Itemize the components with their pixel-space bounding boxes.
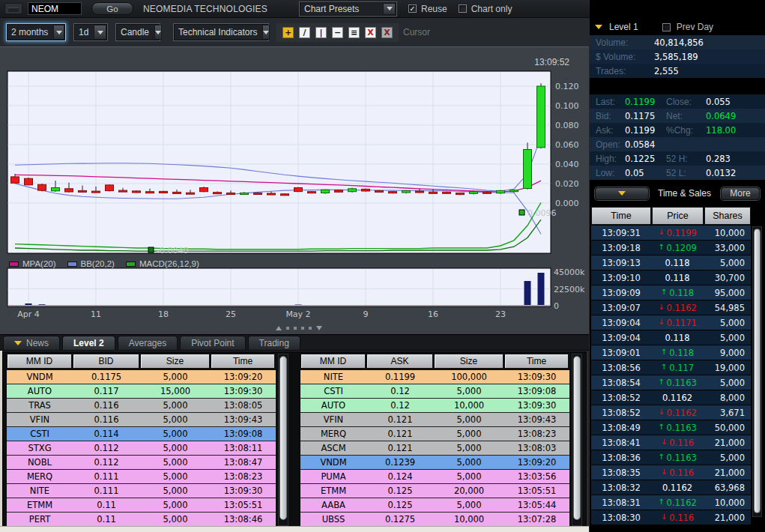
time-sales-row[interactable]: 13:08:41↓0.11621,000: [591, 435, 751, 450]
interval-dropdown[interactable]: 1d: [73, 23, 108, 41]
ask-row[interactable]: AUTO0.1210,00013:09:30: [300, 399, 569, 413]
chart-only-checkbox[interactable]: [459, 4, 467, 13]
prev-day-checkbox[interactable]: [662, 23, 671, 31]
svg-text:Apr 4: Apr 4: [17, 309, 40, 319]
ask-row[interactable]: ETMM0.12520,00013:05:51: [300, 484, 569, 498]
chart-presets-dropdown[interactable]: Chart Presets: [299, 1, 397, 16]
reuse-checkbox[interactable]: [408, 4, 417, 13]
bid-table-scrollbar[interactable]: [278, 354, 288, 526]
column-header-mm-id[interactable]: MM ID: [300, 354, 366, 369]
ask-row[interactable]: ASCM0.1215,00013:08:03: [300, 441, 569, 456]
time-sales-row[interactable]: 13:08:35↓0.11621,000: [591, 465, 751, 480]
cell: 0.12: [366, 384, 434, 398]
time-sales-row[interactable]: 13:08:520.11628,000: [591, 390, 751, 405]
column-header-time[interactable]: Time: [504, 354, 569, 369]
bid-row[interactable]: NITE0.1115,00013:09:30: [7, 484, 276, 498]
time-sales-row[interactable]: 13:09:09↑0.11895,000: [591, 285, 751, 300]
quote-value: 0.0132: [706, 168, 765, 178]
symbol-input[interactable]: [28, 2, 82, 15]
ask-table-scrollbar[interactable]: [572, 354, 582, 526]
bid-row[interactable]: PERT0.115,00013:08:46: [7, 513, 276, 527]
more-button[interactable]: More: [721, 187, 760, 200]
time-sales-row[interactable]: 13:08:54↑0.11635,000: [591, 375, 751, 390]
time-sales-row[interactable]: 13:09:040.1185,000: [591, 330, 751, 345]
delete-icon[interactable]: X: [365, 27, 376, 38]
tab-trading[interactable]: Trading: [248, 336, 300, 350]
go-button[interactable]: Go: [91, 2, 133, 15]
time-sales-scrollbar[interactable]: [752, 226, 762, 517]
horizontal-line-icon[interactable]: −: [332, 27, 343, 38]
ask-row[interactable]: VFIN0.1215,00013:09:43: [300, 413, 569, 427]
time-sales-row[interactable]: 13:09:100.11830,700: [591, 270, 751, 285]
cell: 13:08:23: [504, 427, 569, 441]
time-sales-row[interactable]: 13:09:01↑0.1189,000: [591, 345, 751, 360]
horizontal-scroll-strip[interactable]: [0, 526, 589, 532]
price-volume-chart[interactable]: Apr 4111825May 2916230.1200.1000.0800.06…: [0, 47, 589, 326]
pager-up-icon[interactable]: [276, 326, 282, 330]
bid-row[interactable]: VNDM0.11755,00013:09:20: [7, 370, 276, 384]
time-sales-row[interactable]: 13:08:56↑0.11719,000: [591, 360, 751, 375]
svg-text:23: 23: [495, 309, 506, 319]
ask-row[interactable]: MERQ0.1215,00013:08:23: [300, 427, 569, 441]
time-sales-row[interactable]: 13:09:31↓0.119910,000: [591, 226, 751, 241]
time-sales-row[interactable]: 13:09:130.1185,000: [591, 256, 751, 270]
svg-text:-0.0048: -0.0048: [157, 246, 188, 256]
crosshair-icon[interactable]: +: [282, 27, 294, 38]
app-icon[interactable]: [4, 3, 22, 14]
ask-row[interactable]: UBSS0.127510,00013:07:28: [300, 513, 569, 527]
ask-row[interactable]: AABA0.1255,00013:05:44: [300, 498, 569, 513]
bid-row[interactable]: AUTO0.11715,00013:09:30: [7, 384, 276, 399]
chevron-down-icon: [53, 25, 64, 40]
chevron-down-icon: [383, 3, 396, 15]
cell: VFIN: [7, 413, 73, 426]
time-sales-row[interactable]: 13:09:04↓0.11715,000: [591, 315, 751, 330]
cell: 20,000: [434, 484, 504, 498]
bid-row[interactable]: STXG0.1125,00013:08:11: [7, 441, 276, 456]
chart-type-dropdown[interactable]: Candle: [115, 23, 160, 41]
chart-pager[interactable]: [276, 326, 322, 330]
levels-icon[interactable]: ≡: [348, 27, 360, 38]
tab-level-2[interactable]: Level 2: [62, 336, 115, 350]
bid-row[interactable]: NOBL0.1125,00013:08:47: [7, 456, 276, 470]
range-dropdown[interactable]: 2 months: [6, 23, 66, 41]
ask-row[interactable]: PUMA0.1245,00013:03:56: [300, 470, 569, 484]
bid-row[interactable]: ETMM0.115,00013:05:51: [7, 498, 276, 513]
column-header-ask[interactable]: ASK: [366, 354, 433, 369]
vertical-line-icon[interactable]: |: [315, 27, 327, 38]
time-sales-row[interactable]: 13:08:49↑0.116350,000: [591, 420, 751, 435]
column-header-shares[interactable]: Shares: [704, 207, 751, 225]
ask-row[interactable]: NITE0.1199100,00013:09:30: [300, 370, 569, 384]
ask-row[interactable]: CSTI0.125,00013:09:08: [300, 384, 569, 399]
column-header-size[interactable]: Size: [140, 354, 210, 369]
column-header-time[interactable]: Time: [211, 354, 275, 369]
technical-indicators-dropdown[interactable]: Technical Indicators: [173, 23, 269, 41]
column-header-price[interactable]: Price: [652, 207, 704, 225]
delete-all-icon[interactable]: X: [381, 27, 393, 38]
tab-pivot-point[interactable]: Pivot Point: [180, 336, 245, 350]
column-header-size[interactable]: Size: [434, 354, 504, 369]
time-sales-row[interactable]: 13:08:52↓0.11623,671: [591, 405, 751, 420]
time-sales-row[interactable]: 13:08:30↓0.11621,000: [591, 510, 751, 525]
trendline-icon[interactable]: /: [299, 27, 310, 38]
level1-collapse-icon[interactable]: [595, 25, 602, 29]
column-header-time[interactable]: Time: [591, 207, 651, 225]
cell: ETMM: [300, 484, 366, 498]
bid-row[interactable]: TRAS0.1165,00013:08:05: [7, 399, 276, 413]
bid-row[interactable]: MERQ0.1115,00013:08:23: [7, 470, 276, 484]
pager-down-icon[interactable]: [316, 326, 322, 330]
ask-row[interactable]: VNDM0.12395,00013:09:20: [300, 456, 569, 470]
shares-cell: 33,000: [704, 243, 751, 253]
bid-row[interactable]: VFIN0.1165,00013:09:43: [7, 413, 276, 427]
time-sales-dropdown-button[interactable]: [595, 187, 649, 200]
time-sales-row[interactable]: 13:08:320.116263,968: [591, 480, 751, 495]
tab-news[interactable]: News: [3, 336, 60, 350]
time-sales-row[interactable]: 13:09:07↓0.116254,985: [591, 300, 751, 315]
tab-averages[interactable]: Averages: [118, 336, 178, 350]
time-sales-row[interactable]: 13:08:36↑0.11635,000: [591, 450, 751, 465]
bid-row[interactable]: CSTI0.1145,00013:09:08: [7, 427, 276, 441]
time-sales-row[interactable]: 13:09:18↑0.120933,000: [591, 241, 751, 256]
time-sales-row[interactable]: 13:08:31↑0.116210,000: [591, 495, 751, 510]
column-header-mm-id[interactable]: MM ID: [7, 354, 72, 369]
column-header-bid[interactable]: BID: [73, 354, 139, 369]
quote-value: 0.055: [706, 97, 765, 107]
